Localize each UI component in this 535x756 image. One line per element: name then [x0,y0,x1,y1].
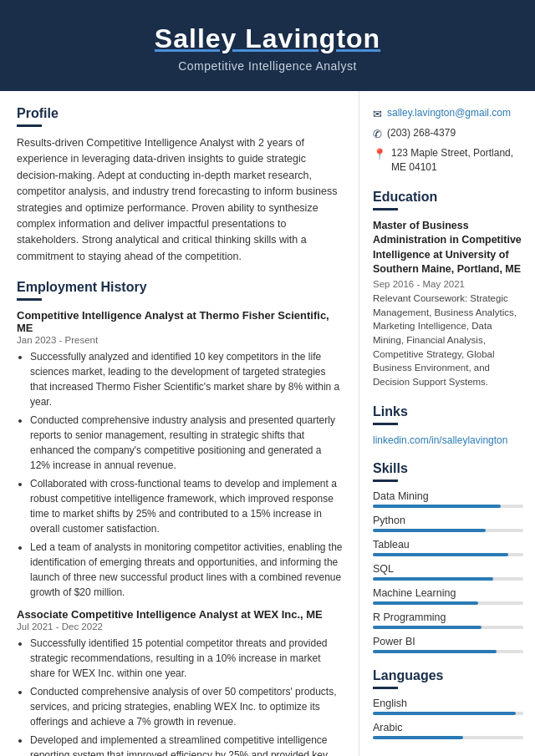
language-bar-bg [373,712,523,715]
skill-bar-bg [373,505,523,508]
employment-divider [17,298,42,301]
education-title: Education [373,190,523,205]
profile-title: Profile [17,106,344,121]
links-divider [373,423,398,425]
language-bar-fill [373,736,463,739]
language-name: English [373,698,523,709]
list-item: Conducted comprehensive analysis of over… [30,684,344,729]
list-item: Successfully identified 15 potential com… [30,636,344,681]
language-bar-fill [373,712,516,715]
list-item: Conducted comprehensive industry analysi… [30,413,344,473]
skill-bar-fill [373,577,493,581]
links-section: Links linkedin.com/in/salleylavington [373,404,523,446]
list-item: Led a team of analysts in monitoring com… [30,540,344,600]
skill-name: Data Mining [373,490,523,502]
skill-bar-bg [373,626,523,629]
profile-divider [17,124,42,127]
skill-item: SQL [373,563,523,581]
employment-title: Employment History [17,280,344,295]
skill-bar-fill [373,505,501,508]
job-1-title: Competitive Intelligence Analyst at Ther… [17,309,344,334]
location-icon: 📍 [373,147,386,162]
language-bar-bg [373,736,523,739]
linkedin-link[interactable]: linkedin.com/in/salleylavington [373,434,507,446]
resume-header: Salley Lavington Competitive Intelligenc… [0,0,535,91]
education-section: Education Master of Business Administrat… [373,190,523,389]
skill-bar-fill [373,601,478,605]
skill-bar-fill [373,626,482,629]
skill-item: Tableau [373,539,523,556]
skill-item: Data Mining [373,490,523,508]
skill-item: Machine Learning [373,587,523,605]
skill-item: R Programming [373,611,523,629]
languages-list: English Arabic [373,698,523,739]
contact-section: ✉ salley.lavington@gmail.com ✆ (203) 268… [373,106,523,175]
language-name: Arabic [373,722,523,733]
language-item: English [373,698,523,715]
phone-text: (203) 268-4379 [387,126,456,140]
skill-bar-bg [373,529,523,532]
address-text: 123 Maple Street, Portland, ME 04101 [391,146,523,175]
skills-section: Skills Data Mining Python Tableau SQL Ma… [373,461,523,653]
skill-bar-bg [373,553,523,556]
edu-date: Sep 2016 - May 2021 [373,279,523,289]
skill-item: Python [373,515,523,532]
skill-bar-fill [373,529,486,532]
skill-name: SQL [373,563,523,575]
job-1-bullets: Successfully analyzed and identified 10 … [17,349,344,600]
skills-divider [373,479,398,482]
skill-name: Machine Learning [373,587,523,599]
job-2-title: Associate Competitive Intelligence Analy… [17,608,344,621]
contact-address: 📍 123 Maple Street, Portland, ME 04101 [373,146,523,175]
languages-section: Languages English Arabic [373,668,523,739]
phone-icon: ✆ [373,127,382,142]
languages-title: Languages [373,668,523,683]
skill-bar-bg [373,601,523,605]
right-column: ✉ salley.lavington@gmail.com ✆ (203) 268… [359,91,535,756]
job-1-date: Jan 2023 - Present [17,335,344,345]
skill-name: R Programming [373,611,523,623]
candidate-name: Salley Lavington [17,23,518,54]
job-2: Associate Competitive Intelligence Analy… [17,608,344,756]
contact-email: ✉ salley.lavington@gmail.com [373,106,523,122]
edu-degree: Master of Business Administration in Com… [373,219,523,277]
skill-bar-bg [373,577,523,581]
skill-name: Python [373,515,523,526]
main-content: Profile Results-driven Competitive Intel… [0,91,535,756]
skill-item: Power BI [373,636,523,653]
job-2-date: Jul 2021 - Dec 2022 [17,622,344,632]
skill-name: Power BI [373,636,523,647]
job-2-bullets: Successfully identified 15 potential com… [17,636,344,756]
list-item: Collaborated with cross-functional teams… [30,476,344,536]
profile-section: Profile Results-driven Competitive Intel… [17,106,344,265]
email-icon: ✉ [373,107,382,122]
skills-list: Data Mining Python Tableau SQL Machine L… [373,490,523,653]
candidate-subtitle: Competitive Intelligence Analyst [17,59,518,73]
employment-section: Employment History Competitive Intellige… [17,280,344,756]
language-item: Arabic [373,722,523,739]
education-divider [373,208,398,211]
left-column: Profile Results-driven Competitive Intel… [0,91,359,756]
skill-bar-fill [373,553,508,556]
languages-divider [373,687,398,689]
skill-name: Tableau [373,539,523,551]
edu-coursework: Relevant Coursework: Strategic Managemen… [373,292,523,389]
skill-bar-fill [373,650,497,653]
skill-bar-bg [373,650,523,653]
email-link[interactable]: salley.lavington@gmail.com [387,106,511,120]
job-1: Competitive Intelligence Analyst at Ther… [17,309,344,600]
contact-phone: ✆ (203) 268-4379 [373,126,523,142]
skills-title: Skills [373,461,523,476]
list-item: Successfully analyzed and identified 10 … [30,349,344,409]
list-item: Developed and implemented a streamlined … [30,733,344,756]
profile-text: Results-driven Competitive Intelligence … [17,135,344,265]
links-title: Links [373,404,523,419]
